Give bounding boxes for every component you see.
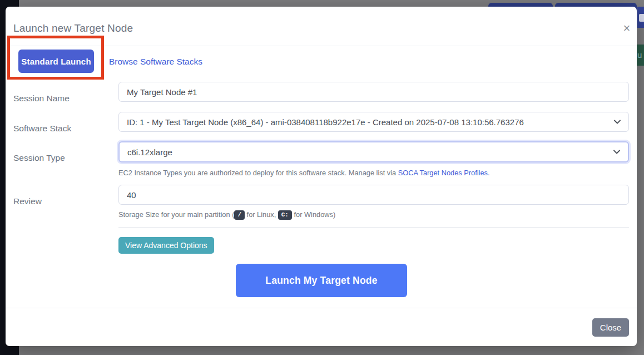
help-text-fragment: EC2 Instance Types you are authorized to… — [118, 169, 398, 177]
software-stack-selected-value: ID: 1 - My Test Target Node (x86_64) - a… — [127, 117, 610, 127]
section-divider — [118, 227, 629, 228]
close-icon[interactable]: × — [617, 19, 636, 38]
windows-partition-kbd: C: — [278, 210, 292, 220]
software-stack-label: Software Stack — [13, 124, 71, 134]
session-type-label: Session Type — [13, 153, 65, 163]
storage-size-input[interactable] — [118, 185, 629, 205]
launch-my-target-node-button[interactable]: Launch My Target Node — [236, 264, 407, 297]
linux-partition-kbd: / — [234, 210, 245, 220]
browse-software-stacks-link[interactable]: Browse Software Stacks — [109, 57, 202, 67]
background-green-button-fragment: u — [637, 45, 644, 66]
session-type-select[interactable]: c6i.12xlarge — [118, 141, 629, 162]
header-divider — [6, 46, 637, 46]
session-type-selected-value: c6i.12xlarge — [127, 147, 609, 157]
standard-launch-button[interactable]: Standard Launch — [18, 50, 94, 73]
help-text-fragment: for Linux, — [245, 210, 278, 219]
chevron-down-icon — [614, 120, 621, 124]
software-stack-select[interactable]: ID: 1 - My Test Target Node (x86_64) - a… — [118, 112, 629, 132]
session-type-help-text: EC2 Instance Types you are authorized to… — [118, 169, 489, 177]
review-label: Review — [13, 196, 42, 206]
session-name-input[interactable] — [118, 82, 629, 102]
footer-divider — [6, 308, 637, 308]
session-name-label: Session Name — [13, 93, 70, 103]
background-icon-fragment — [639, 14, 644, 22]
help-text-fragment: Storage Size for your main partition ( — [118, 210, 234, 219]
launch-target-node-modal: Launch new Target Node × Standard Launch… — [6, 7, 637, 346]
soca-target-nodes-profiles-link[interactable]: SOCA Target Nodes Profiles. — [398, 169, 490, 177]
close-button[interactable]: Close — [592, 318, 629, 337]
help-text-fragment: for Windows) — [292, 210, 335, 219]
background-button-fragment — [637, 7, 644, 28]
chevron-down-icon — [613, 150, 620, 154]
storage-size-help-text: Storage Size for your main partition (/ … — [118, 210, 335, 220]
view-advanced-options-button[interactable]: View Advanced Options — [118, 237, 214, 254]
modal-title: Launch new Target Node — [13, 22, 133, 34]
